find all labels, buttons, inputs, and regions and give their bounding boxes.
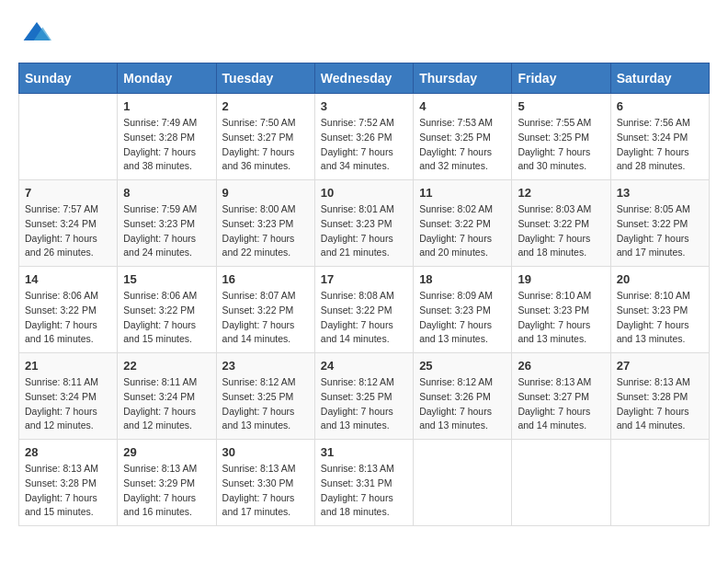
day-info: Sunrise: 8:13 AMSunset: 3:29 PMDaylight:…: [123, 462, 210, 520]
day-info: Sunrise: 7:53 AMSunset: 3:25 PMDaylight:…: [419, 116, 506, 174]
header-wednesday: Wednesday: [314, 63, 413, 94]
day-number: 13: [617, 186, 703, 200]
calendar-cell: 5 Sunrise: 7:55 AMSunset: 3:25 PMDayligh…: [512, 94, 610, 180]
header-saturday: Saturday: [610, 63, 709, 94]
calendar-week-row: 28 Sunrise: 8:13 AMSunset: 3:28 PMDaylig…: [19, 440, 710, 526]
day-info: Sunrise: 8:00 AMSunset: 3:23 PMDaylight:…: [222, 202, 309, 260]
calendar-cell: 25 Sunrise: 8:12 AMSunset: 3:26 PMDaylig…: [414, 353, 512, 440]
calendar-cell: 1 Sunrise: 7:49 AMSunset: 3:28 PMDayligh…: [118, 94, 216, 180]
day-number: 17: [321, 272, 407, 286]
day-info: Sunrise: 7:52 AMSunset: 3:26 PMDaylight:…: [321, 116, 407, 174]
calendar-cell: [19, 94, 118, 180]
day-number: 1: [123, 99, 210, 113]
day-info: Sunrise: 8:10 AMSunset: 3:23 PMDaylight:…: [518, 289, 604, 347]
calendar-cell: 7 Sunrise: 7:57 AMSunset: 3:24 PMDayligh…: [19, 180, 118, 267]
day-info: Sunrise: 8:03 AMSunset: 3:22 PMDaylight:…: [518, 202, 604, 260]
day-number: 23: [222, 359, 309, 373]
day-info: Sunrise: 7:59 AMSunset: 3:23 PMDaylight:…: [123, 202, 210, 260]
calendar-cell: 29 Sunrise: 8:13 AMSunset: 3:29 PMDaylig…: [118, 440, 216, 526]
header-monday: Monday: [118, 63, 216, 94]
day-info: Sunrise: 8:13 AMSunset: 3:28 PMDaylight:…: [25, 462, 111, 520]
calendar-header-row: SundayMondayTuesdayWednesdayThursdayFrid…: [19, 63, 710, 94]
calendar-cell: 2 Sunrise: 7:50 AMSunset: 3:27 PMDayligh…: [216, 94, 314, 180]
day-info: Sunrise: 8:12 AMSunset: 3:25 PMDaylight:…: [321, 375, 407, 433]
day-info: Sunrise: 8:13 AMSunset: 3:30 PMDaylight:…: [222, 462, 309, 520]
day-info: Sunrise: 7:49 AMSunset: 3:28 PMDaylight:…: [123, 116, 210, 174]
calendar-cell: 10 Sunrise: 8:01 AMSunset: 3:23 PMDaylig…: [314, 180, 413, 267]
page-header: [18, 18, 710, 48]
header-sunday: Sunday: [19, 63, 118, 94]
calendar-cell: 22 Sunrise: 8:11 AMSunset: 3:24 PMDaylig…: [118, 353, 216, 440]
day-number: 12: [518, 186, 604, 200]
calendar-cell: 3 Sunrise: 7:52 AMSunset: 3:26 PMDayligh…: [314, 94, 413, 180]
day-info: Sunrise: 8:02 AMSunset: 3:22 PMDaylight:…: [419, 202, 506, 260]
day-info: Sunrise: 7:56 AMSunset: 3:24 PMDaylight:…: [617, 116, 703, 174]
header-friday: Friday: [512, 63, 610, 94]
day-number: 26: [518, 359, 604, 373]
calendar-cell: 24 Sunrise: 8:12 AMSunset: 3:25 PMDaylig…: [314, 353, 413, 440]
day-number: 18: [419, 272, 506, 286]
calendar-cell: [414, 440, 512, 526]
calendar-cell: 20 Sunrise: 8:10 AMSunset: 3:23 PMDaylig…: [610, 267, 709, 353]
calendar-cell: 30 Sunrise: 8:13 AMSunset: 3:30 PMDaylig…: [216, 440, 314, 526]
day-info: Sunrise: 8:11 AMSunset: 3:24 PMDaylight:…: [123, 375, 210, 433]
calendar-cell: 31 Sunrise: 8:13 AMSunset: 3:31 PMDaylig…: [314, 440, 413, 526]
calendar-cell: 15 Sunrise: 8:06 AMSunset: 3:22 PMDaylig…: [118, 267, 216, 353]
day-number: 24: [321, 359, 407, 373]
day-number: 15: [123, 272, 210, 286]
calendar-table: SundayMondayTuesdayWednesdayThursdayFrid…: [18, 63, 710, 526]
day-info: Sunrise: 8:07 AMSunset: 3:22 PMDaylight:…: [222, 289, 309, 347]
calendar-cell: 11 Sunrise: 8:02 AMSunset: 3:22 PMDaylig…: [414, 180, 512, 267]
day-number: 20: [617, 272, 703, 286]
day-info: Sunrise: 7:55 AMSunset: 3:25 PMDaylight:…: [518, 116, 604, 174]
day-number: 19: [518, 272, 604, 286]
day-info: Sunrise: 8:13 AMSunset: 3:27 PMDaylight:…: [518, 375, 604, 433]
calendar-cell: 9 Sunrise: 8:00 AMSunset: 3:23 PMDayligh…: [216, 180, 314, 267]
calendar-cell: 28 Sunrise: 8:13 AMSunset: 3:28 PMDaylig…: [19, 440, 118, 526]
day-number: 28: [25, 445, 111, 459]
calendar-cell: 21 Sunrise: 8:11 AMSunset: 3:24 PMDaylig…: [19, 353, 118, 440]
day-number: 6: [617, 99, 703, 113]
calendar-cell: 12 Sunrise: 8:03 AMSunset: 3:22 PMDaylig…: [512, 180, 610, 267]
calendar-cell: 17 Sunrise: 8:08 AMSunset: 3:22 PMDaylig…: [314, 267, 413, 353]
day-number: 29: [123, 445, 210, 459]
day-number: 9: [222, 186, 309, 200]
day-info: Sunrise: 8:06 AMSunset: 3:22 PMDaylight:…: [25, 289, 111, 347]
calendar-week-row: 7 Sunrise: 7:57 AMSunset: 3:24 PMDayligh…: [19, 180, 710, 267]
day-number: 27: [617, 359, 703, 373]
day-number: 5: [518, 99, 604, 113]
header-tuesday: Tuesday: [216, 63, 314, 94]
day-info: Sunrise: 8:12 AMSunset: 3:26 PMDaylight:…: [419, 375, 506, 433]
day-number: 2: [222, 99, 309, 113]
day-info: Sunrise: 8:01 AMSunset: 3:23 PMDaylight:…: [321, 202, 407, 260]
calendar-cell: 23 Sunrise: 8:12 AMSunset: 3:25 PMDaylig…: [216, 353, 314, 440]
logo: [18, 18, 51, 48]
day-number: 4: [419, 99, 506, 113]
calendar-cell: 14 Sunrise: 8:06 AMSunset: 3:22 PMDaylig…: [19, 267, 118, 353]
day-number: 21: [25, 359, 111, 373]
calendar-week-row: 1 Sunrise: 7:49 AMSunset: 3:28 PMDayligh…: [19, 94, 710, 180]
day-info: Sunrise: 8:08 AMSunset: 3:22 PMDaylight:…: [321, 289, 407, 347]
day-info: Sunrise: 8:13 AMSunset: 3:28 PMDaylight:…: [617, 375, 703, 433]
calendar-week-row: 21 Sunrise: 8:11 AMSunset: 3:24 PMDaylig…: [19, 353, 710, 440]
day-number: 31: [321, 445, 407, 459]
day-number: 3: [321, 99, 407, 113]
day-info: Sunrise: 8:12 AMSunset: 3:25 PMDaylight:…: [222, 375, 309, 433]
day-number: 22: [123, 359, 210, 373]
day-info: Sunrise: 8:10 AMSunset: 3:23 PMDaylight:…: [617, 289, 703, 347]
calendar-cell: 8 Sunrise: 7:59 AMSunset: 3:23 PMDayligh…: [118, 180, 216, 267]
calendar-cell: 27 Sunrise: 8:13 AMSunset: 3:28 PMDaylig…: [610, 353, 709, 440]
calendar-cell: 4 Sunrise: 7:53 AMSunset: 3:25 PMDayligh…: [414, 94, 512, 180]
calendar-cell: [512, 440, 610, 526]
header-thursday: Thursday: [414, 63, 512, 94]
day-number: 25: [419, 359, 506, 373]
day-info: Sunrise: 8:13 AMSunset: 3:31 PMDaylight:…: [321, 462, 407, 520]
logo-icon: [22, 18, 51, 48]
day-number: 16: [222, 272, 309, 286]
calendar-cell: 13 Sunrise: 8:05 AMSunset: 3:22 PMDaylig…: [610, 180, 709, 267]
day-number: 10: [321, 186, 407, 200]
calendar-cell: 26 Sunrise: 8:13 AMSunset: 3:27 PMDaylig…: [512, 353, 610, 440]
day-number: 14: [25, 272, 111, 286]
day-info: Sunrise: 7:50 AMSunset: 3:27 PMDaylight:…: [222, 116, 309, 174]
calendar-cell: 16 Sunrise: 8:07 AMSunset: 3:22 PMDaylig…: [216, 267, 314, 353]
